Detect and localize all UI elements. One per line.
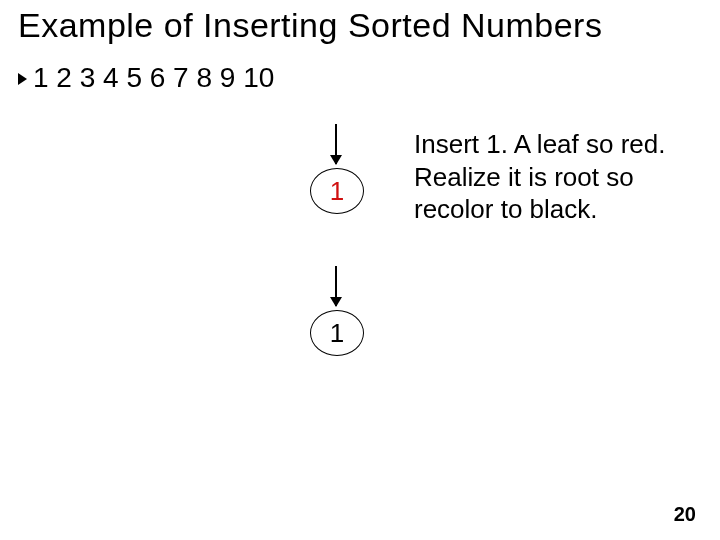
tree-node-red: 1 bbox=[310, 168, 364, 214]
arrow-down-icon bbox=[335, 266, 337, 306]
page-number: 20 bbox=[674, 503, 696, 526]
input-sequence: 1 2 3 4 5 6 7 8 9 10 bbox=[33, 62, 274, 94]
tree-node-black: 1 bbox=[310, 310, 364, 356]
step-explanation: Insert 1. A leaf so red. Realize it is r… bbox=[414, 128, 684, 226]
input-sequence-row: 1 2 3 4 5 6 7 8 9 10 bbox=[18, 62, 274, 94]
bullet-marker-icon bbox=[18, 73, 27, 85]
arrow-down-icon bbox=[335, 124, 337, 164]
slide-title: Example of Inserting Sorted Numbers bbox=[18, 6, 602, 45]
